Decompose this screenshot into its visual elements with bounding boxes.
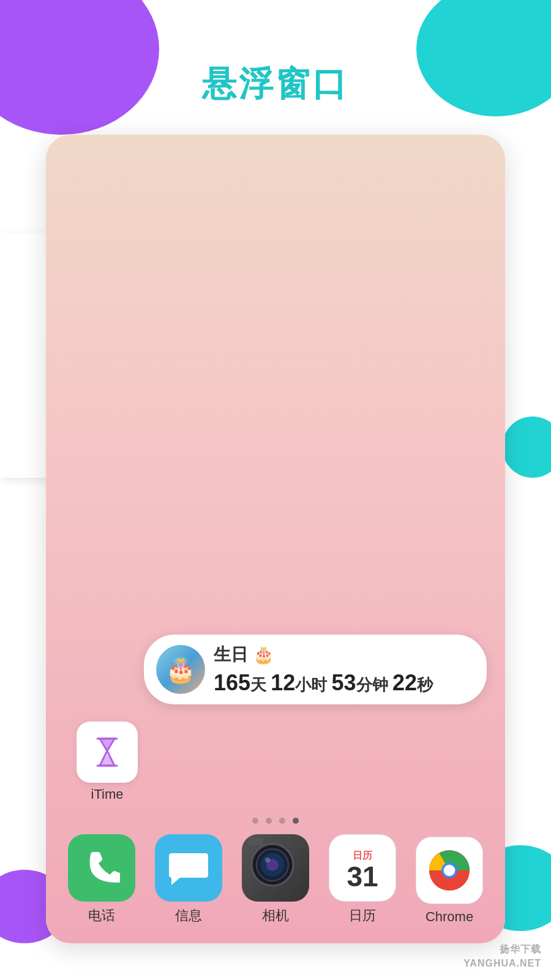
svg-point-6 xyxy=(265,858,270,862)
countdown-days: 165 xyxy=(214,670,250,695)
widget-countdown: 165天 12小时 53分钟 22秒 xyxy=(214,670,474,696)
calendar-icon: 日历 31 xyxy=(329,834,396,902)
days-label: 天 xyxy=(250,676,266,694)
phone-label: 电话 xyxy=(88,907,115,925)
itime-app[interactable]: iTime xyxy=(77,722,138,802)
dock-item-chrome[interactable]: Chrome xyxy=(416,837,483,925)
widget-title: 生日 🎂 xyxy=(214,643,474,666)
minutes-label: 分钟 xyxy=(356,676,388,694)
message-icon xyxy=(155,834,222,902)
camera-icon xyxy=(242,834,309,902)
phone-icon xyxy=(68,834,135,902)
bg-blob-teal-mid-right xyxy=(502,417,551,478)
dock-item-calendar[interactable]: 日历 31 日历 xyxy=(329,834,396,925)
seconds-label: 秒 xyxy=(417,676,433,694)
page-title: 悬浮窗口 xyxy=(0,61,551,108)
page-dot-3 xyxy=(279,818,285,824)
chrome-label: Chrome xyxy=(425,909,473,925)
page-dot-1 xyxy=(252,818,258,824)
itime-hourglass-icon xyxy=(88,733,127,772)
page-dots xyxy=(46,818,505,824)
calendar-label: 日历 xyxy=(349,907,376,925)
page-dot-2 xyxy=(266,818,272,824)
hours-label: 小时 xyxy=(295,676,327,694)
itime-icon xyxy=(77,722,138,783)
itime-label: iTime xyxy=(91,786,124,802)
dock-item-phone[interactable]: 电话 xyxy=(68,834,135,925)
cal-day: 31 xyxy=(347,862,378,891)
dock-item-message[interactable]: 信息 xyxy=(155,834,222,925)
countdown-hours: 12 xyxy=(271,670,295,695)
page-dot-4-active xyxy=(293,818,299,824)
watermark: 扬华下载YANGHUA.NET xyxy=(463,943,541,970)
bottom-dock: 电话 信息 xyxy=(46,834,505,925)
widget-text: 生日 🎂 165天 12小时 53分钟 22秒 xyxy=(214,643,474,696)
svg-point-9 xyxy=(444,865,455,876)
countdown-seconds: 22 xyxy=(392,670,417,695)
message-label: 信息 xyxy=(175,907,202,925)
camera-label: 相机 xyxy=(262,907,289,925)
phone-mockup: 🎂 生日 🎂 165天 12小时 53分钟 22秒 xyxy=(46,135,505,943)
countdown-minutes: 53 xyxy=(332,670,356,695)
phone-screen: 🎂 生日 🎂 165天 12小时 53分钟 22秒 xyxy=(46,135,505,943)
dock-item-camera[interactable]: 相机 xyxy=(242,834,309,925)
floating-widget[interactable]: 🎂 生日 🎂 165天 12小时 53分钟 22秒 xyxy=(144,635,487,704)
widget-avatar: 🎂 xyxy=(156,645,205,694)
chrome-icon xyxy=(416,837,483,904)
